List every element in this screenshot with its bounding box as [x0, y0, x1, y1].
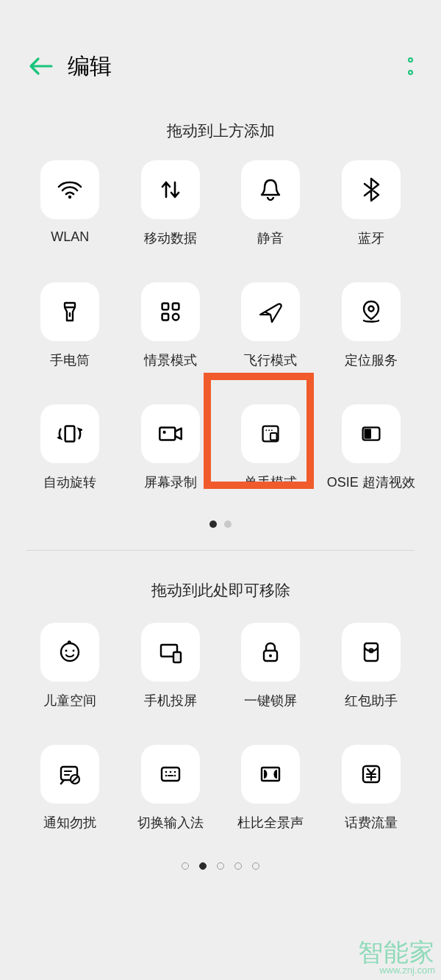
svg-point-13 — [266, 429, 268, 431]
pager-dot[interactable] — [252, 862, 259, 870]
svg-point-35 — [173, 771, 176, 773]
more-icon[interactable] — [408, 57, 413, 75]
mobile-data-icon — [156, 175, 185, 204]
osie-icon — [357, 420, 385, 448]
svg-point-14 — [268, 429, 270, 431]
svg-rect-32 — [162, 768, 179, 781]
svg-point-20 — [73, 650, 75, 652]
pager-dot[interactable] — [199, 862, 207, 870]
tile-label: 手电筒 — [50, 351, 90, 369]
remove-tiles-grid: 儿童空间 手机投屏 一键锁屏 红包助手 通知勿扰 切换输入法 杜 — [0, 623, 441, 831]
tile-label: 移动数据 — [144, 229, 197, 247]
pager-dot[interactable] — [209, 521, 217, 528]
pager-dot[interactable] — [182, 862, 189, 870]
tile-kids-space[interactable]: 儿童空间 — [24, 623, 117, 709]
tile-label: 定位服务 — [345, 351, 398, 369]
tile-bluetooth[interactable]: 蓝牙 — [325, 160, 418, 247]
svg-rect-5 — [162, 314, 168, 321]
svg-rect-17 — [364, 429, 371, 438]
watermark-main: 智能家 — [358, 940, 435, 966]
svg-point-10 — [162, 431, 165, 434]
header-left: 编辑 — [28, 51, 112, 82]
svg-point-18 — [61, 643, 79, 661]
tile-red-packet[interactable]: 红包助手 — [325, 623, 418, 709]
flashlight-icon — [55, 297, 85, 326]
svg-rect-8 — [65, 426, 75, 442]
svg-point-34 — [169, 771, 171, 773]
tile-auto-rotate[interactable]: 自动旋转 — [24, 404, 117, 491]
svg-rect-12 — [270, 433, 277, 440]
airplane-icon — [256, 297, 285, 326]
tile-screen-record[interactable]: 屏幕录制 — [124, 404, 218, 491]
back-icon[interactable] — [28, 57, 53, 76]
svg-point-33 — [165, 771, 167, 773]
tile-label: 切换输入法 — [137, 814, 204, 831]
section-divider — [26, 550, 415, 551]
add-tiles-grid: WLAN 移动数据 静音 蓝牙 手电筒 情景模式 飞行模式 — [0, 160, 441, 491]
svg-rect-3 — [162, 304, 168, 310]
tile-label: 一键锁屏 — [244, 692, 297, 709]
dolby-icon — [256, 759, 285, 789]
svg-point-19 — [65, 650, 68, 652]
tile-airplane-mode[interactable]: 飞行模式 — [224, 282, 318, 369]
svg-point-24 — [269, 654, 272, 657]
bell-icon — [256, 175, 285, 204]
svg-rect-9 — [159, 428, 175, 440]
bluetooth-icon — [356, 175, 386, 204]
auto-rotate-icon — [54, 418, 85, 449]
video-camera-icon — [155, 418, 186, 449]
pager-dot[interactable] — [234, 862, 242, 870]
svg-rect-4 — [173, 304, 179, 310]
tile-label: 静音 — [257, 229, 284, 247]
dnd-icon — [55, 759, 85, 789]
tile-label: 话费流量 — [345, 814, 398, 831]
one-handed-icon — [257, 420, 284, 448]
tile-location[interactable]: 定位服务 — [325, 282, 418, 369]
remove-section-title: 拖动到此处即可移除 — [0, 580, 441, 601]
pager-dot[interactable] — [217, 862, 224, 870]
red-packet-icon — [356, 637, 386, 667]
svg-point-0 — [68, 196, 71, 198]
svg-rect-22 — [173, 652, 181, 662]
tile-mobile-data[interactable]: 移动数据 — [124, 160, 218, 247]
tile-osie[interactable]: OSIE 超清视效 — [325, 404, 418, 491]
tile-label: 手机投屏 — [144, 692, 197, 709]
keyboard-icon — [156, 759, 185, 789]
tile-label: 自动旋转 — [43, 473, 96, 491]
tile-wlan[interactable]: WLAN — [24, 160, 117, 247]
tile-label: 屏幕录制 — [144, 473, 197, 491]
tile-label: 蓝牙 — [358, 229, 384, 247]
tile-phone-cast[interactable]: 手机投屏 — [124, 623, 218, 709]
tile-label: WLAN — [51, 229, 89, 245]
yuan-icon — [356, 759, 386, 789]
tile-scene-mode[interactable]: 情景模式 — [124, 282, 218, 369]
tile-label: 飞行模式 — [244, 351, 297, 369]
svg-point-6 — [173, 314, 179, 321]
tile-dolby[interactable]: 杜比全景声 — [224, 745, 318, 831]
svg-point-37 — [173, 775, 176, 777]
tile-label: 单手模式 — [244, 473, 297, 491]
remove-pager[interactable] — [0, 862, 441, 870]
tile-label: 红包助手 — [345, 692, 398, 709]
add-section-title: 拖动到上方添加 — [0, 121, 441, 141]
svg-point-7 — [368, 307, 373, 312]
lock-icon — [256, 637, 285, 667]
watermark-sub: www.znj.com — [358, 965, 435, 976]
tile-flashlight[interactable]: 手电筒 — [24, 282, 117, 369]
tile-mute[interactable]: 静音 — [224, 160, 318, 247]
tile-label: OSIE 超清视效 — [327, 473, 415, 491]
tile-label: 儿童空间 — [43, 692, 96, 709]
tile-one-handed[interactable]: 单手模式 — [224, 404, 318, 491]
cast-icon — [156, 637, 185, 667]
tile-switch-ime[interactable]: 切换输入法 — [124, 745, 218, 831]
svg-point-36 — [165, 775, 167, 777]
svg-point-15 — [271, 429, 273, 431]
tile-data-usage[interactable]: 话费流量 — [325, 745, 418, 831]
tile-label: 情景模式 — [144, 351, 197, 369]
tile-dnd[interactable]: 通知勿扰 — [24, 745, 117, 831]
pager-dot[interactable] — [224, 521, 232, 528]
svg-rect-1 — [65, 303, 75, 307]
tile-label: 通知勿扰 — [43, 814, 96, 831]
add-pager[interactable] — [0, 521, 441, 528]
tile-one-tap-lock[interactable]: 一键锁屏 — [224, 623, 318, 709]
